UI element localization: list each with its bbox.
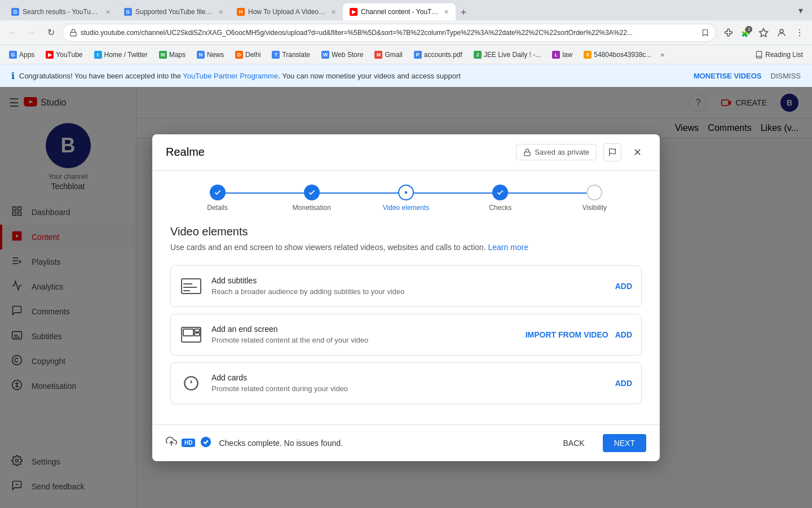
bookmark-gmail-favicon: M (374, 51, 382, 59)
address-text: studio.youtube.com/channel/UC2SkdiSZrxXA… (81, 29, 698, 37)
bookmark-law[interactable]: L law (548, 49, 577, 61)
profile-icon[interactable] (774, 25, 789, 41)
tab-3-close[interactable]: ✕ (331, 8, 336, 16)
cards-element-info: Add cards Promote related content during… (211, 373, 606, 393)
bookmarks-more[interactable]: » (660, 51, 664, 59)
bookmark-law-label: law (562, 51, 572, 59)
svg-rect-0 (70, 32, 77, 36)
dialog-content: Video elements Use cards and an end scre… (152, 212, 660, 424)
step-video-elements: Video elements (359, 185, 453, 212)
upload-svg-icon (166, 436, 177, 447)
bookmark-translate-favicon: T (272, 51, 280, 59)
address-bar[interactable]: studio.youtube.com/channel/UC2SkdiSZrxXA… (62, 24, 716, 42)
cards-svg-icon (183, 375, 199, 391)
bookmark-apps-label: Apps (19, 51, 34, 59)
dialog-title: Realme (166, 146, 509, 159)
notification-bar: ℹ Congratulations! You have been accepte… (0, 64, 812, 87)
tabs-container: G Search results - YouTube Help ✕ G Supp… (5, 0, 794, 20)
svg-rect-35 (195, 329, 200, 332)
step-details: Details (170, 185, 264, 212)
tab-1-close[interactable]: ✕ (105, 8, 111, 16)
bookmark-pdf[interactable]: P accounts.pdf (409, 49, 467, 61)
extensions-icon[interactable] (720, 25, 735, 41)
bookmark-translate-label: Translate (282, 51, 310, 59)
bookmark-gmail[interactable]: M Gmail (370, 49, 407, 61)
checkmark-checks-icon (496, 189, 504, 196)
step-label-visibility: Visibility (582, 204, 607, 212)
section-title: Video elements (170, 225, 642, 238)
bookmark-pdf-label: accounts.pdf (424, 51, 462, 59)
bookmark-translate[interactable]: T Translate (267, 49, 315, 61)
step-circle-checks (492, 185, 508, 200)
dialog-footer: HD Checks complete. No issues found. BAC… (152, 424, 660, 461)
bookmark-gmail-label: Gmail (385, 51, 402, 59)
flag-button[interactable] (603, 143, 621, 161)
tab-strip-more[interactable]: ▾ (794, 3, 807, 17)
bookmark-jee-label: JEE Live Daily ! -... (484, 51, 541, 59)
step-circle-details (210, 185, 226, 200)
notification-info-icon: ℹ (11, 71, 15, 81)
cards-title: Add cards (211, 373, 606, 382)
subtitles-svg-icon (181, 278, 201, 294)
tab-2[interactable]: G Supported YouTube file forma... ✕ (117, 3, 230, 20)
tab-4[interactable]: ▶ Channel content - YouTube Stu... ✕ (343, 3, 456, 20)
cards-add-button[interactable]: ADD (615, 379, 632, 388)
tab-1[interactable]: G Search results - YouTube Help ✕ (5, 3, 117, 20)
end-screen-desc: Promote related content at the end of yo… (211, 336, 517, 344)
tab-1-favicon: G (11, 8, 19, 16)
end-screen-svg-icon (181, 327, 201, 343)
lock-badge-icon (523, 148, 531, 156)
extensions-count-icon[interactable]: 🧩 3 (738, 25, 753, 41)
browser-toolbar: ← → ↻ studio.youtube.com/channel/UC2Skdi… (0, 20, 812, 45)
new-tab-button[interactable]: + (456, 5, 471, 20)
step-circle-video-elements (398, 185, 414, 200)
tab-3[interactable]: H How To Upload A Video To You... ✕ (230, 3, 343, 20)
tab-2-close[interactable]: ✕ (218, 8, 223, 16)
learn-more-link[interactable]: Learn more (488, 243, 528, 252)
tab-4-close[interactable]: ✕ (444, 8, 449, 16)
next-button-dialog[interactable]: NEXT (603, 434, 646, 452)
forward-button[interactable]: → (24, 25, 39, 41)
tab-2-favicon: G (124, 8, 132, 16)
import-from-video-button[interactable]: IMPORT FROM VIDEO (526, 330, 608, 339)
dismiss-notification-button[interactable]: DISMISS (771, 72, 801, 80)
subtitles-element-row: Add subtitles Reach a broader audience b… (170, 265, 642, 307)
bookmark-maps[interactable]: M Maps (155, 49, 190, 61)
star-icon[interactable] (756, 25, 771, 41)
step-label-details: Details (207, 204, 228, 212)
monetise-videos-button[interactable]: MONETISE VIDEOS (694, 72, 762, 80)
bookmark-youtube[interactable]: ▶ YouTube (41, 49, 87, 61)
step-label-checks: Checks (489, 204, 511, 212)
dialog-overlay: Realme Saved as private ✕ (136, 87, 812, 508)
subtitles-element-info: Add subtitles Reach a broader audience b… (211, 276, 606, 296)
bookmark-delhi[interactable]: D Delhi (231, 49, 265, 61)
bookmark-twitter[interactable]: t Home / Twitter (90, 49, 152, 61)
checkmark-monetisation-icon (308, 189, 316, 196)
end-screen-actions: IMPORT FROM VIDEO ADD (526, 330, 632, 339)
dialog-close-button[interactable]: ✕ (628, 143, 646, 161)
toolbar-icons: 🧩 3 (720, 25, 807, 41)
end-screen-add-button[interactable]: ADD (615, 330, 632, 339)
back-button[interactable]: ← (5, 25, 20, 41)
notification-link[interactable]: YouTube Partner Programme (183, 72, 278, 80)
cards-actions: ADD (615, 379, 632, 388)
svg-point-4 (799, 32, 800, 33)
bookmark-54804-favicon: 5 (584, 51, 592, 59)
bookmark-twitter-favicon: t (94, 51, 102, 59)
subtitles-add-button[interactable]: ADD (615, 282, 632, 291)
section-desc: Use cards and an end screen to show view… (170, 243, 642, 252)
bookmark-webstore[interactable]: W Web Store (317, 49, 368, 61)
bookmark-pdf-favicon: P (414, 51, 422, 59)
check-circle-svg (200, 436, 212, 448)
svg-point-28 (405, 191, 407, 193)
browser-tab-bar: G Search results - YouTube Help ✕ G Supp… (0, 0, 812, 20)
bookmark-54804[interactable]: 5 54804bos43938c... (579, 49, 656, 61)
back-button-dialog[interactable]: BACK (552, 434, 596, 452)
menu-dots-icon[interactable] (792, 25, 807, 41)
bookmark-jee[interactable]: J JEE Live Daily ! -... (469, 49, 545, 61)
bookmark-apps[interactable]: G Apps (5, 49, 39, 61)
reload-button[interactable]: ↻ (43, 25, 59, 41)
bookmark-news[interactable]: N News (192, 49, 228, 61)
reading-list-button[interactable]: Reading List (751, 49, 807, 61)
bookmark-54804-label: 54804bos43938c... (594, 51, 651, 59)
